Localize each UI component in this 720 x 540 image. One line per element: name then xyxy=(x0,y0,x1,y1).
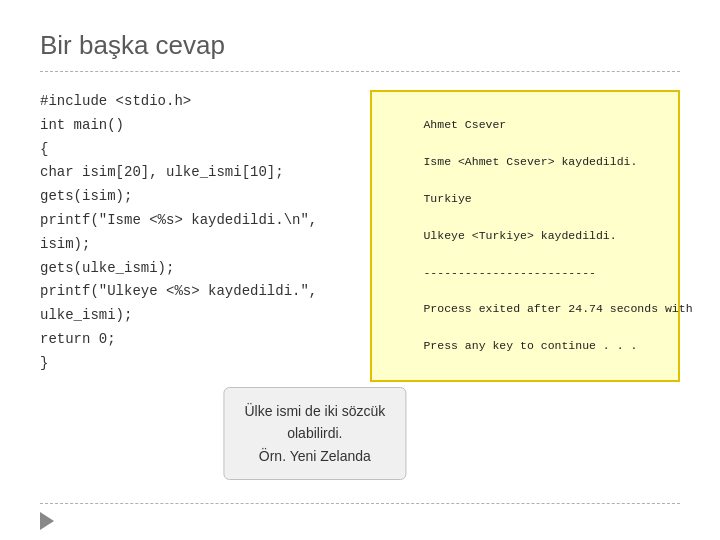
code-line-9: return 0; xyxy=(40,328,340,352)
play-icon xyxy=(40,512,54,530)
code-line-7: gets(ulke_ismi); xyxy=(40,257,340,281)
content-area: #include <stdio.h> int main() { char isi… xyxy=(40,90,680,382)
code-line-8: printf("Ulkeye <%s> kaydedildi.", ulke_i… xyxy=(40,280,340,328)
code-line-3: { xyxy=(40,138,340,162)
code-line-2: int main() xyxy=(40,114,340,138)
terminal-line-3: Turkiye xyxy=(423,192,471,205)
terminal-line-1: Ahmet Csever xyxy=(423,118,506,131)
code-line-10: } xyxy=(40,352,340,376)
terminal-line-5: ------------------------- xyxy=(423,266,596,279)
code-block: #include <stdio.h> int main() { char isi… xyxy=(40,90,340,382)
tooltip-line-3: Örn. Yeni Zelanda xyxy=(244,445,385,467)
tooltip-line-2: olabilirdi. xyxy=(244,422,385,444)
bottom-area xyxy=(0,498,720,540)
code-line-5: gets(isim); xyxy=(40,185,340,209)
slide-title: Bir başka cevap xyxy=(40,30,680,61)
code-line-6: printf("Isme <%s> kaydedildi.\n", isim); xyxy=(40,209,340,257)
terminal-output: Ahmet Csever Isme <Ahmet Csever> kaydedi… xyxy=(370,90,680,382)
tooltip-line-1: Ülke ismi de iki sözcük xyxy=(244,400,385,422)
code-line-4: char isim[20], ulke_ismi[10]; xyxy=(40,161,340,185)
terminal-line-4: Ulkeye <Turkiye> kaydedildi. xyxy=(423,229,616,242)
terminal-line-7: Press any key to continue . . . xyxy=(423,339,637,352)
top-divider xyxy=(40,71,680,72)
tooltip-box: Ülke ismi de iki sözcük olabilirdi. Örn.… xyxy=(223,387,406,480)
code-line-1: #include <stdio.h> xyxy=(40,90,340,114)
terminal-line-6: Process exited after 24.74 seconds with xyxy=(423,302,692,315)
terminal-line-2: Isme <Ahmet Csever> kaydedildi. xyxy=(423,155,637,168)
slide: Bir başka cevap #include <stdio.h> int m… xyxy=(0,0,720,540)
